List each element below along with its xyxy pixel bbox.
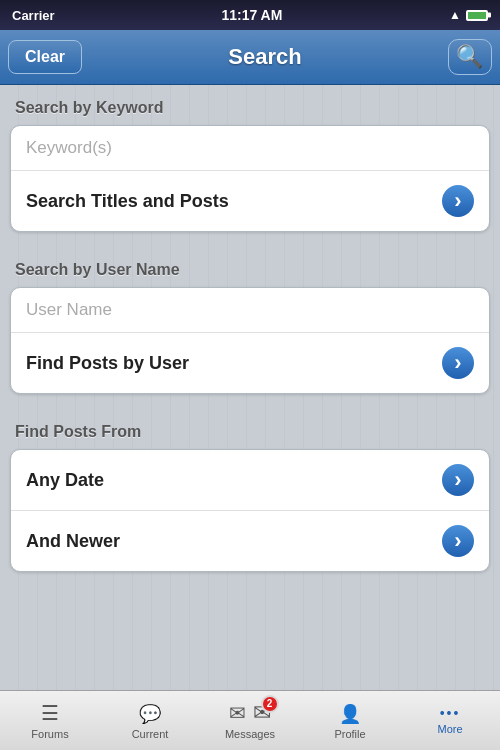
- username-input[interactable]: [26, 300, 474, 320]
- more-icon: [440, 705, 461, 721]
- tab-bar: Forums Current ✉ 2 Messages Profile More: [0, 690, 500, 750]
- carrier-label: Carrier: [12, 8, 55, 23]
- and-newer-button[interactable]: [442, 525, 474, 557]
- username-input-row[interactable]: [11, 288, 489, 333]
- messages-badge: 2: [261, 695, 279, 713]
- search-titles-button[interactable]: [442, 185, 474, 217]
- tab-forums-label: Forums: [31, 728, 68, 740]
- tab-profile[interactable]: Profile: [300, 691, 400, 750]
- wifi-icon: ▲: [449, 8, 461, 22]
- search-titles-row[interactable]: Search Titles and Posts: [11, 171, 489, 231]
- tab-current[interactable]: Current: [100, 691, 200, 750]
- keyword-input[interactable]: [26, 138, 474, 158]
- profile-icon: [339, 700, 361, 726]
- status-bar: Carrier 11:17 AM ▲: [0, 0, 500, 30]
- any-date-label: Any Date: [26, 470, 104, 491]
- any-date-row[interactable]: Any Date: [11, 450, 489, 511]
- status-time: 11:17 AM: [221, 7, 282, 23]
- keyword-input-row[interactable]: [11, 126, 489, 171]
- status-icons: ▲: [449, 8, 488, 22]
- find-posts-user-row[interactable]: Find Posts by User: [11, 333, 489, 393]
- and-newer-label: And Newer: [26, 531, 120, 552]
- tab-more-label: More: [437, 723, 462, 735]
- messages-icon: ✉ 2: [229, 700, 270, 726]
- nav-bar: Clear Search 🔍: [0, 30, 500, 85]
- date-card: Any Date And Newer: [10, 449, 490, 572]
- tab-forums[interactable]: Forums: [0, 691, 100, 750]
- and-newer-row[interactable]: And Newer: [11, 511, 489, 571]
- main-content: Search by Keyword Search Titles and Post…: [0, 85, 500, 690]
- search-titles-label: Search Titles and Posts: [26, 191, 229, 212]
- keyword-card: Search Titles and Posts: [10, 125, 490, 232]
- tab-profile-label: Profile: [334, 728, 365, 740]
- tab-current-label: Current: [132, 728, 169, 740]
- search-button[interactable]: 🔍: [448, 39, 492, 75]
- clear-button[interactable]: Clear: [8, 40, 82, 74]
- keyword-section-header: Search by Keyword: [0, 85, 500, 125]
- tab-more[interactable]: More: [400, 691, 500, 750]
- find-posts-user-button[interactable]: [442, 347, 474, 379]
- forums-icon: [41, 700, 59, 726]
- username-card: Find Posts by User: [10, 287, 490, 394]
- page-title: Search: [228, 44, 301, 70]
- tab-messages-label: Messages: [225, 728, 275, 740]
- search-icon: 🔍: [456, 44, 483, 70]
- tab-messages[interactable]: ✉ 2 Messages: [200, 691, 300, 750]
- any-date-button[interactable]: [442, 464, 474, 496]
- current-icon: [139, 700, 161, 726]
- date-section-header: Find Posts From: [0, 409, 500, 449]
- username-section-header: Search by User Name: [0, 247, 500, 287]
- battery-icon: [466, 10, 488, 21]
- find-posts-user-label: Find Posts by User: [26, 353, 189, 374]
